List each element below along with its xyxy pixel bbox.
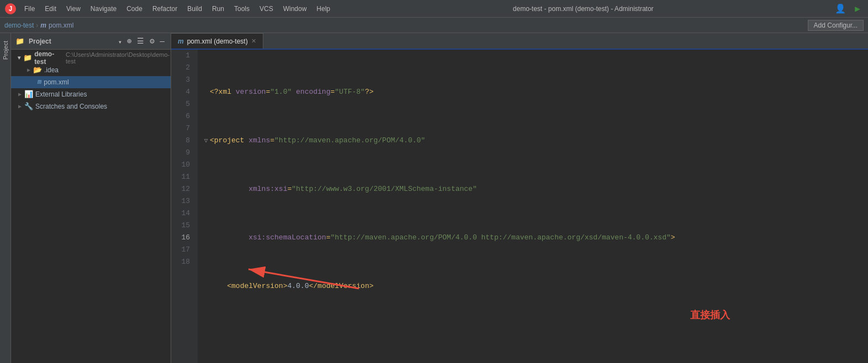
title-bar: J File Edit View Navigate Code Refactor … [0,0,868,18]
code-content[interactable]: <?xml version="1.0" encoding="UTF-8"?> ▽… [198,50,868,363]
idea-folder-icon: 📂 [33,66,42,74]
project-panel-header: 📁 Project ⊕ ☰ ⚙ — [11,33,171,50]
tab-bar: m pom.xml (demo-test) ✕ [171,33,868,50]
line-num-12: 12 [171,183,193,195]
root-folder-icon: 📁 [23,54,32,62]
line-num-14: 14 [171,207,193,220]
line-num-5: 5 [171,98,193,110]
menu-window[interactable]: Window [279,4,311,14]
breadcrumb-project[interactable]: demo-test [4,22,34,29]
editor-tab-pom[interactable]: m pom.xml (demo-test) ✕ [171,33,263,49]
pom-label: pom.xml [44,78,68,86]
menu-navigate[interactable]: Navigate [86,4,121,14]
line-num-10: 10 [171,159,193,171]
breadcrumb-bar: demo-test › m pom.xml Add Configur... [0,18,868,33]
menu-file[interactable]: File [20,4,39,14]
menu-refactor[interactable]: Refactor [148,4,182,14]
menu-bar: File Edit View Navigate Code Refactor Bu… [20,4,335,14]
settings-icon[interactable]: ⚙ [148,36,156,46]
tree-item-external-libs[interactable]: ▶ 📊 External Libraries [11,88,171,100]
window-controls: 👤 ▶ [832,3,864,14]
line-num-11: 11 [171,171,193,183]
line-num-6: 6 [171,110,193,122]
menu-code[interactable]: Code [122,4,147,14]
add-configuration-button[interactable]: Add Configur... [808,20,864,31]
code-line-5: <modelVersion>4.0.0</modelVersion> [202,280,868,292]
maven-icon: m [40,22,46,29]
line-num-15: 15 [171,220,193,232]
menu-edit[interactable]: Edit [40,4,61,14]
project-tree: ▼ 📁 demo-test C:\Users\Administrator\Des… [11,50,171,363]
sidebar-tab-strip: Project [0,33,11,363]
folder-icon: 📁 [15,37,24,46]
tree-arrow-root: ▼ [15,55,23,61]
tree-arrow-idea: ▶ [24,67,33,73]
external-libs-label: External Libraries [35,90,87,98]
root-label: demo-test [34,50,63,66]
code-editor[interactable]: 1 2 3 4 5 6 7 8 9 10 11 12 13 14 15 16 1… [171,50,868,363]
tree-arrow-external-libs: ▶ [15,91,24,98]
code-line-4: xsi:schemaLocation="http://maven.apache.… [202,232,868,244]
menu-vcs[interactable]: VCS [255,4,278,14]
locate-file-icon[interactable]: ⊕ [125,36,133,46]
close-panel-icon[interactable]: — [158,37,166,46]
tree-item-idea[interactable]: ▶ 📂 .idea [11,64,171,76]
menu-tools[interactable]: Tools [230,4,254,14]
root-path: C:\Users\Administrator\Desktop\demo-test [66,51,171,65]
project-tab[interactable]: Project [1,38,10,63]
tree-root[interactable]: ▼ 📁 demo-test C:\Users\Administrator\Des… [11,52,171,64]
code-line-1: <?xml version="1.0" encoding="UTF-8"?> [202,86,868,98]
app-logo: J [4,3,17,15]
maven-file-icon: m [38,78,41,86]
window-title: demo-test - pom.xml (demo-test) - Admini… [335,5,832,13]
line-num-16: 16 [171,232,193,244]
line-num-18: 18 [171,256,193,268]
tab-close-icon[interactable]: ✕ [251,38,256,45]
panel-title: Project [29,38,115,45]
line-num-1: 1 [171,50,193,62]
menu-view[interactable]: View [62,4,85,14]
panel-dropdown-icon[interactable] [117,37,123,46]
menu-help[interactable]: Help [312,4,335,14]
svg-text:J: J [8,6,12,13]
tab-label: pom.xml (demo-test) [187,38,248,45]
line-num-2: 2 [171,62,193,74]
user-icon[interactable]: 👤 [832,3,849,14]
breadcrumb-file[interactable]: pom.xml [49,22,73,29]
line-num-3: 3 [171,74,193,86]
tree-item-pom[interactable]: m pom.xml [11,76,171,88]
idea-label: .idea [44,66,59,74]
git-icon[interactable]: ▶ [851,3,864,14]
tree-arrow-scratches: ▶ [15,103,24,110]
line-num-8: 8 [171,135,193,147]
project-panel: 📁 Project ⊕ ☰ ⚙ — ▼ 📁 demo-test C:\Users… [11,33,171,363]
tab-maven-icon: m [178,38,184,45]
menu-run[interactable]: Run [208,4,229,14]
code-line-2: ▽ <project xmlns="http://maven.apache.or… [202,135,868,147]
line-num-9: 9 [171,147,193,159]
menu-build[interactable]: Build [183,4,207,14]
scratch-icon: 🔧 [24,102,33,111]
fold-2[interactable]: ▽ [202,135,210,147]
tree-item-scratches[interactable]: ▶ 🔧 Scratches and Consoles [11,100,171,113]
code-line-3: xmlns:xsi="http://www.w3.org/2001/XMLSch… [202,183,868,195]
scratches-label: Scratches and Consoles [35,103,107,110]
breadcrumb-sep1: › [36,22,38,29]
editor-area: m pom.xml (demo-test) ✕ 1 2 3 4 5 6 7 8 … [171,33,868,363]
line-numbers: 1 2 3 4 5 6 7 8 9 10 11 12 13 14 15 16 1… [171,50,198,363]
line-num-4: 4 [171,86,193,98]
line-num-7: 7 [171,122,193,135]
library-icon: 📊 [24,90,33,99]
collapse-all-icon[interactable]: ☰ [135,36,146,46]
line-num-17: 17 [171,244,193,256]
line-num-13: 13 [171,195,193,207]
main-layout: Project 📁 Project ⊕ ☰ ⚙ — ▼ 📁 demo-test … [0,33,868,363]
code-line-6 [202,329,868,341]
